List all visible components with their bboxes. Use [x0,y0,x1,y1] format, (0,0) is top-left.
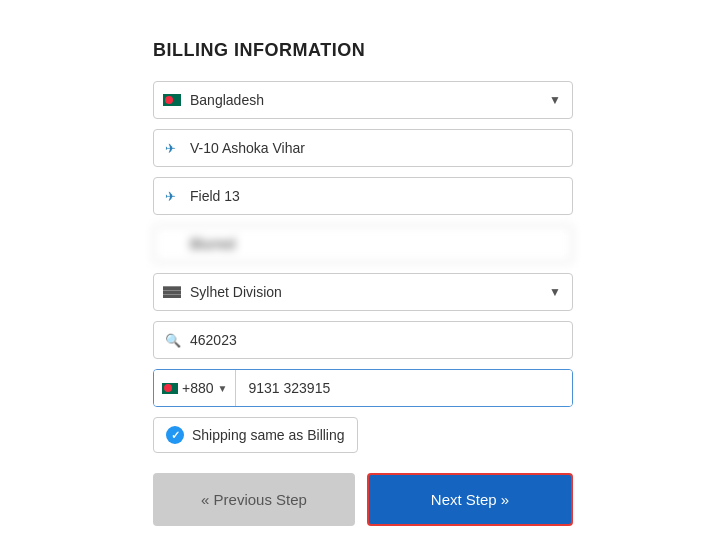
phone-prefix-selector[interactable]: +880 ▼ [154,370,236,406]
phone-flag-icon [162,383,178,394]
page-title: BILLING INFORMATION [153,40,573,61]
shipping-same-checkbox[interactable]: Shipping same as Billing [153,417,358,453]
phone-group: +880 ▼ [153,369,573,407]
phone-row: +880 ▼ [153,369,573,407]
phone-input[interactable] [236,370,572,406]
shipping-label: Shipping same as Billing [192,427,345,443]
next-step-button[interactable]: Next Step » [367,473,573,526]
state-select[interactable]: Sylhet Division [153,273,573,311]
address1-group: ✈ [153,129,573,167]
city-input[interactable] [153,225,573,263]
address1-input[interactable] [153,129,573,167]
phone-prefix-label: +880 [182,380,214,396]
country-group: Bangladesh ▼ [153,81,573,119]
zip-group: 🔍 [153,321,573,359]
billing-form-container: BILLING INFORMATION Bangladesh ▼ ✈ ✈ 📍 [123,20,603,546]
zip-input[interactable] [153,321,573,359]
shipping-checkbox-group: Shipping same as Billing [153,417,573,453]
address2-input[interactable] [153,177,573,215]
country-select[interactable]: Bangladesh [153,81,573,119]
phone-prefix-arrow: ▼ [218,383,228,394]
check-circle-icon [166,426,184,444]
button-row: « Previous Step Next Step » [153,473,573,526]
prev-step-button[interactable]: « Previous Step [153,473,355,526]
city-group: 📍 [153,225,573,263]
address2-group: ✈ [153,177,573,215]
state-group: Sylhet Division ▼ [153,273,573,311]
